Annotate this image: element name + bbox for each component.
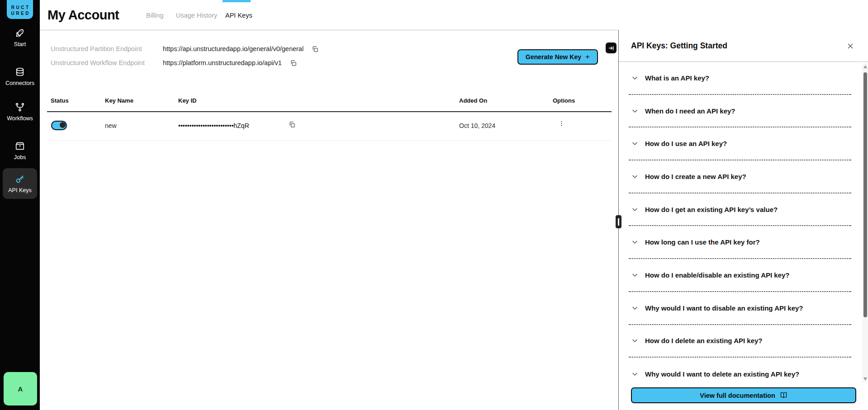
table-header-divider [47, 111, 612, 112]
sidebar-item-label: API Keys [8, 187, 31, 193]
column-header-key-id: Key ID [178, 97, 196, 104]
getting-started-panel: API Keys: Getting Started What is an API… [619, 0, 868, 410]
chevron-down-icon [631, 75, 638, 81]
endpoint-label: Unstructured Workflow Endpoint [51, 59, 163, 66]
book-icon [780, 391, 787, 399]
panel-title: API Keys: Getting Started [631, 41, 727, 51]
endpoint-label: Unstructured Partition Endpoint [51, 45, 163, 52]
arrow-to-bar-icon [608, 45, 614, 51]
faq-question: Why would I want to disable an existing … [645, 304, 803, 312]
faq-item[interactable]: How do I enable/disable an existing API … [629, 259, 851, 292]
tab-api-keys[interactable]: API Keys [225, 0, 252, 30]
sidebar-item-api-keys[interactable]: API Keys [3, 168, 37, 199]
sidebar-item-label: Connectors [5, 80, 34, 86]
view-full-documentation-button[interactable]: View full documentation [631, 387, 856, 403]
logo-line: RUCT [11, 5, 30, 10]
plus-icon: + [585, 52, 590, 61]
active-tab-indicator [223, 0, 251, 2]
status-toggle[interactable] [51, 121, 67, 130]
endpoint-url: https://api.unstructuredapp.io/general/v… [163, 45, 304, 52]
faq-item[interactable]: When do I need an API key? [629, 95, 851, 128]
unstructured-logo[interactable]: RUCT URED [7, 0, 33, 19]
kebab-menu-icon[interactable] [558, 120, 565, 127]
sidebar-item-label: Jobs [14, 154, 26, 160]
chevron-down-icon [631, 305, 638, 311]
column-header-status: Status [51, 97, 69, 104]
faq-question: How do I enable/disable an existing API … [645, 271, 790, 279]
workflow-endpoint-row: Unstructured Workflow Endpoint https://p… [51, 59, 297, 66]
faq-question: What is an API key? [645, 74, 709, 82]
database-icon [15, 67, 25, 77]
key-id-cell: •••••••••••••••••••••••••hZqR [178, 122, 249, 129]
endpoint-url: https://platform.unstructuredapp.io/api/… [163, 59, 282, 66]
close-icon[interactable] [847, 42, 854, 50]
chevron-down-icon [631, 239, 638, 245]
scrollbar-thumb[interactable] [863, 72, 867, 317]
chevron-down-icon [631, 206, 638, 213]
faq-question: How do I use an API key? [645, 140, 727, 147]
sidebar-item-start[interactable]: Start [0, 28, 40, 47]
user-avatar[interactable]: A [4, 372, 37, 405]
logo-line: URED [11, 11, 30, 16]
scroll-down-arrow[interactable] [863, 377, 867, 381]
sidebar-item-label: Start [14, 41, 26, 47]
chevron-down-icon [631, 173, 638, 180]
faq-item[interactable]: Why would I want to disable an existing … [629, 292, 851, 325]
column-header-options: Options [553, 97, 575, 104]
column-header-added-on: Added On [459, 97, 487, 104]
collapse-panel-button[interactable] [606, 42, 617, 53]
box-icon [15, 141, 25, 151]
sidebar-item-connectors[interactable]: Connectors [0, 67, 40, 86]
panel-resize-handle[interactable] [616, 215, 621, 228]
toggle-knob [60, 122, 66, 128]
chevron-down-icon [631, 337, 638, 344]
sidebar: RUCT URED Start Connectors Workflows Job… [0, 0, 40, 410]
generate-new-key-button[interactable]: Generate New Key + [517, 49, 598, 65]
doc-button-label: View full documentation [700, 392, 775, 399]
faq-item[interactable]: How do I use an API key? [629, 127, 851, 160]
chevron-down-icon [631, 272, 638, 278]
chevron-down-icon [631, 371, 638, 377]
sidebar-item-workflows[interactable]: Workflows [0, 102, 40, 122]
column-header-key-name: Key Name [105, 97, 133, 104]
faq-item[interactable]: Why would I want to delete an existing A… [629, 358, 851, 391]
added-on-cell: Oct 10, 2024 [459, 122, 495, 129]
faq-item[interactable]: How long can I use the API key for? [629, 226, 851, 259]
rocket-icon [15, 28, 25, 38]
chevron-down-icon [631, 140, 638, 147]
branch-icon [15, 102, 25, 112]
faq-question: When do I need an API key? [645, 107, 735, 115]
faq-item[interactable]: How do I delete an existing API key? [629, 325, 851, 358]
faq-question: How do I create a new API key? [645, 173, 746, 180]
chevron-down-icon [631, 108, 638, 114]
copy-icon[interactable] [290, 60, 297, 66]
faq-list: What is an API key? When do I need an AP… [619, 62, 862, 391]
key-icon [15, 174, 25, 184]
faq-question: Why would I want to delete an existing A… [645, 370, 799, 378]
table-row-divider [47, 141, 612, 141]
faq-question: How do I delete an existing API key? [645, 337, 763, 344]
panel-header: API Keys: Getting Started [619, 30, 868, 62]
faq-item[interactable]: What is an API key? [629, 62, 851, 95]
main-content: Unstructured Partition Endpoint https://… [40, 30, 619, 410]
faq-item[interactable]: How do I create a new API key? [629, 160, 851, 193]
copy-icon[interactable] [289, 121, 295, 128]
generate-new-key-label: Generate New Key [526, 53, 581, 61]
scroll-up-arrow[interactable] [863, 65, 867, 68]
faq-question: How long can I use the API key for? [645, 238, 760, 246]
page-title: My Account [47, 0, 119, 30]
faq-question: How do I get an existing API key’s value… [645, 206, 778, 213]
sidebar-item-jobs[interactable]: Jobs [0, 141, 40, 160]
tab-billing[interactable]: Billing [146, 0, 164, 30]
panel-scrollbar [862, 63, 868, 382]
key-name-cell: new [105, 122, 117, 129]
resize-grip [618, 218, 619, 226]
faq-item[interactable]: How do I get an existing API key’s value… [629, 193, 851, 226]
tab-usage-history[interactable]: Usage History [176, 0, 217, 30]
sidebar-item-label: Workflows [7, 115, 33, 122]
partition-endpoint-row: Unstructured Partition Endpoint https://… [51, 45, 318, 52]
copy-icon[interactable] [312, 46, 318, 52]
